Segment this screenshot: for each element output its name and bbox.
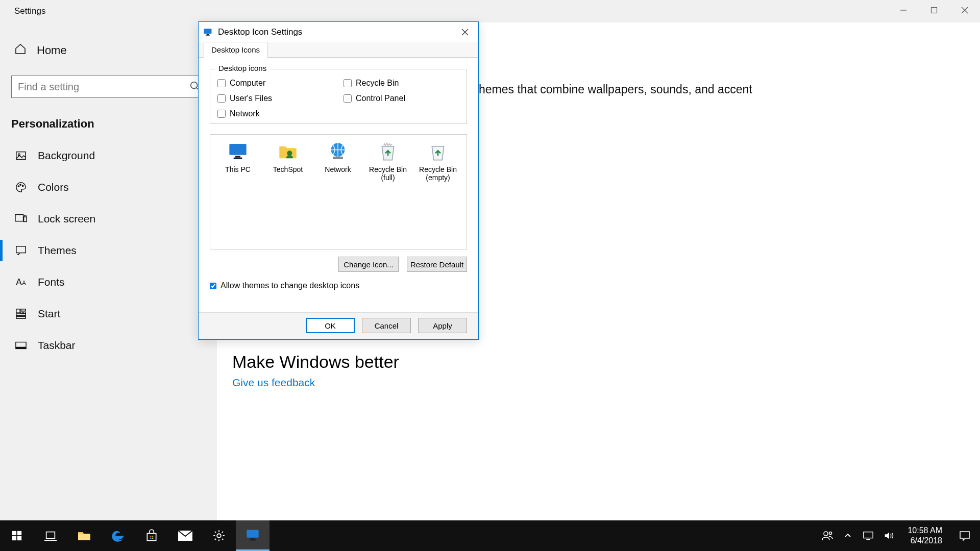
checkbox-label: User's Files [230,94,272,103]
search-wrap [11,76,206,98]
allow-themes-checkbox[interactable]: Allow themes to change desktop icons [210,281,467,290]
nav-list: Background Colors Lock screen Themes AA … [0,140,217,361]
svg-rect-14 [16,309,20,313]
preview-label: Network [314,165,361,173]
checkbox-control-input[interactable] [344,94,352,103]
file-explorer-button[interactable] [67,520,101,551]
settings-titlebar: Settings [0,0,980,22]
mail-button[interactable] [168,520,202,551]
svg-rect-45 [247,530,258,537]
allow-themes-input[interactable] [210,283,216,289]
checkbox-network[interactable]: Network [217,109,333,118]
svg-rect-37 [46,532,55,539]
svg-rect-19 [16,317,26,319]
svg-point-9 [20,184,21,185]
icon-preview-list: This PC TechSpot Network Recycle Bin (fu… [210,134,467,249]
settings-window: Settings Home Personalization Background [0,0,980,551]
dialog-close-button[interactable] [457,25,473,39]
dialog-body: Desktop icons Computer Recycle Bin User'… [199,58,478,295]
task-view-button[interactable] [34,520,67,551]
dialog-tabstrip: Desktop Icons [199,42,478,58]
tab-desktop-icons[interactable]: Desktop Icons [204,42,267,58]
checkbox-control-panel[interactable]: Control Panel [344,94,459,103]
nav-item-label: Themes [38,244,77,257]
preview-network[interactable]: Network [314,141,361,182]
apply-button[interactable]: Apply [418,318,467,333]
cancel-button[interactable]: Cancel [362,318,411,333]
globe-icon [327,141,349,162]
fonts-icon: AA [14,276,28,289]
heading-make-windows-better: Make Windows better [232,352,399,372]
edge-button[interactable] [101,520,135,551]
nav-background[interactable]: Background [0,140,217,171]
svg-rect-13 [16,246,26,253]
svg-rect-40 [150,536,152,537]
svg-rect-47 [250,539,256,540]
svg-rect-24 [206,35,210,36]
svg-point-10 [22,185,23,186]
nav-themes[interactable]: Themes [0,235,217,266]
svg-rect-12 [24,217,27,221]
nav-item-label: Colors [38,181,69,193]
checkbox-recycle-input[interactable] [344,79,352,87]
people-icon[interactable] [821,529,834,542]
restore-default-button[interactable]: Restore Default [407,257,467,272]
nav-item-label: Fonts [38,276,65,288]
svg-rect-39 [78,534,90,540]
volume-icon[interactable] [882,529,895,542]
checkbox-users-files[interactable]: User's Files [217,94,333,103]
svg-rect-50 [864,532,873,538]
tray-display-icon[interactable] [862,529,875,542]
maximize-button[interactable] [919,0,949,20]
close-button[interactable] [949,0,980,20]
search-input[interactable] [11,76,206,98]
palette-icon [14,181,28,194]
preview-this-pc[interactable]: This PC [214,141,261,182]
checkbox-computer-input[interactable] [217,79,226,87]
svg-point-8 [18,186,19,187]
checkbox-computer[interactable]: Computer [217,79,333,88]
nav-lockscreen[interactable]: Lock screen [0,203,217,235]
desktop-icon-settings-dialog: Desktop Icon Settings Desktop Icons Desk… [198,21,479,340]
svg-rect-32 [333,157,343,159]
checkbox-recycle-bin[interactable]: Recycle Bin [344,79,459,88]
svg-point-48 [824,532,828,536]
brush-icon [14,244,28,257]
preview-recycle-full[interactable]: Recycle Bin (full) [364,141,411,182]
settings-sidebar: Home Personalization Background Colors L… [0,22,217,520]
nav-colors[interactable]: Colors [0,171,217,203]
preview-recycle-empty[interactable]: Recycle Bin (empty) [414,141,461,182]
svg-rect-18 [16,314,26,316]
action-center-icon[interactable] [954,525,975,546]
settings-taskbar-button[interactable] [202,520,236,551]
svg-rect-28 [235,156,240,157]
tray-chevron-up-icon[interactable] [841,529,854,542]
svg-rect-22 [204,29,212,34]
store-button[interactable] [135,520,168,551]
clock-date: 6/4/2018 [908,536,942,546]
change-icon-button[interactable]: Change Icon... [338,257,399,272]
checkbox-users-input[interactable] [217,94,226,103]
taskbar-clock[interactable]: 10:58 AM 6/4/2018 [902,525,947,546]
desktop-icon-settings-taskbar-button[interactable] [236,520,270,551]
minimize-button[interactable] [888,0,919,20]
svg-rect-15 [21,309,26,311]
svg-rect-43 [152,538,154,539]
home-icon [14,43,27,58]
nav-start[interactable]: Start [0,298,217,330]
picture-icon [14,149,28,162]
feedback-link[interactable]: Give us feedback [232,377,315,389]
dialog-title-icon [203,27,213,37]
settings-title: Settings [14,6,45,16]
nav-taskbar[interactable]: Taskbar [0,330,217,361]
preview-user-folder[interactable]: TechSpot [264,141,311,182]
nav-home[interactable]: Home [0,37,217,64]
ok-button[interactable]: OK [306,318,355,333]
start-button[interactable] [0,520,34,551]
nav-fonts[interactable]: AA Fonts [0,266,217,298]
nav-item-label: Start [38,308,60,320]
start-tiles-icon [14,307,28,320]
taskbar-left [0,520,270,551]
recycle-bin-full-icon [377,141,399,162]
checkbox-network-input[interactable] [217,110,226,118]
